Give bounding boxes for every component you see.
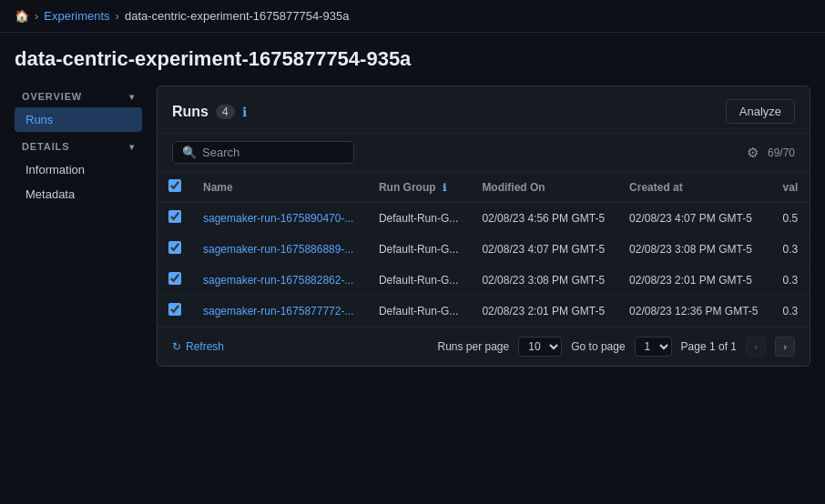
row-checkbox-cell[interactable] (158, 203, 192, 234)
details-chevron-icon: ▾ (129, 142, 135, 152)
th-run-group: Run Group ℹ (368, 172, 471, 203)
runs-title-group: Runs 4 ℹ (172, 104, 247, 120)
runs-info-icon[interactable]: ℹ (242, 105, 247, 119)
row-run-group-cell: Default-Run-G... (368, 265, 471, 296)
main-layout: OVERVIEW ▾ Runs DETAILS ▾ Information Me… (0, 78, 825, 381)
row-modified-on-cell: 02/08/23 4:56 PM GMT-5 (471, 203, 618, 234)
th-val: val (772, 172, 810, 203)
breadcrumb-experiments-link[interactable]: Experiments (44, 9, 109, 23)
row-modified-on-cell: 02/08/23 4:07 PM GMT-5 (471, 234, 618, 265)
runs-table-body: sagemaker-run-1675890470-... Default-Run… (158, 203, 810, 327)
runs-per-page-label: Runs per page (437, 340, 509, 353)
sidebar-overview-label: OVERVIEW (22, 91, 82, 102)
sidebar-overview-section: OVERVIEW ▾ Runs (15, 86, 142, 132)
th-modified-on: Modified On (471, 172, 618, 203)
main-panel: Runs 4 ℹ Analyze 🔍 ⚙ 69/70 (157, 86, 810, 367)
run-name-link[interactable]: sagemaker-run-1675882862-... (203, 274, 353, 287)
table-footer: ↻ Refresh Runs per page 10 25 50 Go to p… (158, 327, 810, 366)
row-modified-on-cell: 02/08/23 2:01 PM GMT-5 (471, 296, 618, 327)
overview-chevron-icon: ▾ (129, 92, 135, 102)
row-checkbox-1[interactable] (168, 241, 181, 254)
search-icon: 🔍 (182, 146, 197, 159)
search-box[interactable]: 🔍 (172, 141, 354, 164)
runs-per-page-select[interactable]: 10 25 50 (518, 337, 562, 357)
table-row: sagemaker-run-1675890470-... Default-Run… (158, 203, 810, 234)
breadcrumb-separator: › (35, 9, 38, 23)
table-header-row: Name Run Group ℹ Modified On Created at … (158, 172, 810, 203)
settings-icon[interactable]: ⚙ (747, 145, 759, 161)
page-select[interactable]: 1 (635, 337, 672, 357)
pagination-controls: Runs per page 10 25 50 Go to page 1 Page… (437, 337, 795, 357)
row-val-cell: 0.3 (772, 234, 810, 265)
row-checkbox-cell[interactable] (158, 234, 192, 265)
breadcrumb-separator-2: › (116, 9, 119, 23)
breadcrumb-current: data-centric-experiment-1675877754-935a (125, 9, 349, 23)
row-name-cell: sagemaker-run-1675877772-... (192, 296, 368, 327)
select-all-checkbox[interactable] (168, 179, 181, 192)
next-page-button[interactable]: › (775, 337, 795, 357)
row-name-cell: sagemaker-run-1675890470-... (192, 203, 368, 234)
th-checkbox (158, 172, 192, 203)
row-name-cell: sagemaker-run-1675882862-... (192, 265, 368, 296)
go-to-page-label: Go to page (571, 340, 625, 353)
row-checkbox-3[interactable] (168, 303, 181, 316)
row-created-at-cell: 02/08/23 4:07 PM GMT-5 (618, 203, 771, 234)
row-checkbox-cell[interactable] (158, 265, 192, 296)
row-checkbox-2[interactable] (168, 272, 181, 285)
row-val-cell: 0.5 (772, 203, 810, 234)
row-val-cell: 0.3 (772, 296, 810, 327)
table-row: sagemaker-run-1675882862-... Default-Run… (158, 265, 810, 296)
refresh-label: Refresh (186, 340, 224, 353)
runs-title: Runs (172, 104, 209, 120)
sidebar: OVERVIEW ▾ Runs DETAILS ▾ Information Me… (15, 86, 142, 367)
run-name-link[interactable]: sagemaker-run-1675877772-... (203, 305, 353, 318)
row-created-at-cell: 02/08/23 3:08 PM GMT-5 (618, 234, 771, 265)
sidebar-item-information[interactable]: Information (15, 157, 142, 182)
row-checkbox-0[interactable] (168, 210, 181, 223)
analyze-button[interactable]: Analyze (726, 99, 795, 124)
sidebar-item-runs[interactable]: Runs (15, 107, 142, 132)
run-name-link[interactable]: sagemaker-run-1675886889-... (203, 243, 353, 256)
table-container: Name Run Group ℹ Modified On Created at … (158, 172, 810, 327)
runs-header: Runs 4 ℹ Analyze (158, 86, 810, 134)
toolbar: 🔍 ⚙ 69/70 (158, 134, 810, 172)
th-created-at: Created at (618, 172, 771, 203)
sidebar-overview-header[interactable]: OVERVIEW ▾ (15, 86, 142, 107)
runs-count-badge: 4 (216, 105, 235, 119)
th-name: Name (192, 172, 368, 203)
row-checkbox-cell[interactable] (158, 296, 192, 327)
refresh-button[interactable]: ↻ Refresh (172, 340, 224, 353)
count-badge: 69/70 (768, 146, 795, 159)
sidebar-item-metadata[interactable]: Metadata (15, 182, 142, 207)
toolbar-right: ⚙ 69/70 (747, 145, 795, 161)
run-name-link[interactable]: sagemaker-run-1675890470-... (203, 212, 353, 225)
row-name-cell: sagemaker-run-1675886889-... (192, 234, 368, 265)
row-created-at-cell: 02/08/23 12:36 PM GMT-5 (618, 296, 771, 327)
sidebar-details-header[interactable]: DETAILS ▾ (15, 136, 142, 157)
home-icon[interactable]: 🏠 (15, 9, 29, 23)
refresh-icon: ↻ (172, 340, 181, 353)
prev-page-button[interactable]: ‹ (746, 337, 766, 357)
runs-table: Name Run Group ℹ Modified On Created at … (158, 172, 810, 327)
page-summary: Page 1 of 1 (681, 340, 737, 353)
run-group-info-icon[interactable]: ℹ (443, 182, 446, 193)
row-modified-on-cell: 02/08/23 3:08 PM GMT-5 (471, 265, 618, 296)
search-input[interactable] (202, 146, 344, 159)
row-val-cell: 0.3 (772, 265, 810, 296)
breadcrumb: 🏠 › Experiments › data-centric-experimen… (0, 0, 825, 33)
row-run-group-cell: Default-Run-G... (368, 296, 471, 327)
row-run-group-cell: Default-Run-G... (368, 234, 471, 265)
table-row: sagemaker-run-1675877772-... Default-Run… (158, 296, 810, 327)
row-run-group-cell: Default-Run-G... (368, 203, 471, 234)
row-created-at-cell: 02/08/23 2:01 PM GMT-5 (618, 265, 771, 296)
sidebar-details-label: DETAILS (22, 141, 69, 152)
sidebar-details-section: DETAILS ▾ Information Metadata (15, 136, 142, 207)
page-title: data-centric-experiment-1675877754-935a (0, 33, 825, 78)
table-row: sagemaker-run-1675886889-... Default-Run… (158, 234, 810, 265)
